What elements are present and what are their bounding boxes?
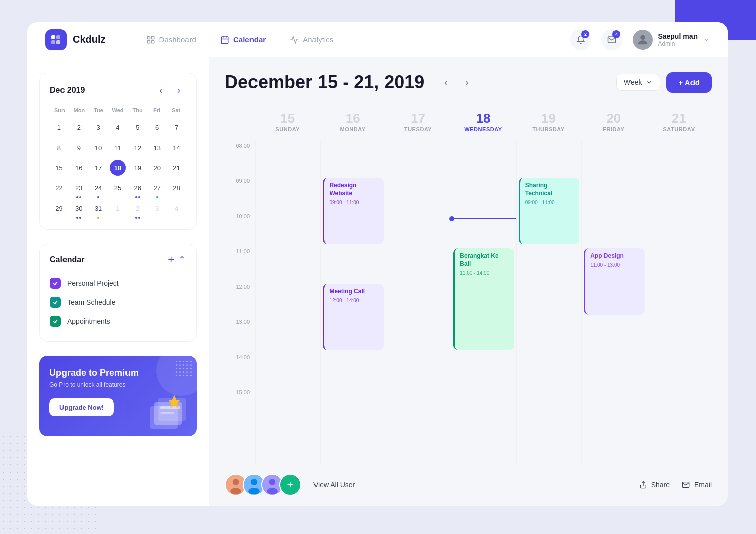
header-right: Week + Add (616, 72, 712, 93)
mini-cal-day[interactable]: 6 (148, 119, 166, 139)
view-all-label[interactable]: View All User (313, 481, 355, 489)
mini-cal-day[interactable]: 9 (70, 140, 88, 159)
share-label: Share (651, 481, 670, 489)
day-col-4[interactable]: Sharing Technical09:00 - 11:00 (516, 141, 581, 465)
mini-cal-day[interactable]: 26 (128, 180, 147, 199)
nav-calendar[interactable]: Calendar (210, 31, 276, 48)
nav-dashboard[interactable]: Dashboard (136, 31, 206, 48)
collapse-calendar-button[interactable]: ⌃ (178, 254, 186, 265)
next-week-button[interactable]: › (459, 74, 475, 90)
svg-point-9 (641, 35, 645, 39)
day-col-6[interactable] (647, 141, 712, 465)
main-view: December 15 - 21, 2019 ‹ › Week + Add (209, 57, 728, 506)
mini-cal-day[interactable]: 25 (109, 180, 128, 199)
svg-rect-8 (221, 37, 228, 44)
mini-cal-day[interactable]: 30 (70, 200, 88, 219)
mini-cal-day[interactable]: 14 (167, 140, 186, 159)
mini-cal-day[interactable]: 12 (128, 140, 147, 159)
calendar-item[interactable]: Appointments (50, 312, 186, 331)
svg-point-24 (267, 488, 278, 494)
day-headers: 15SUNDAY16MONDAY17TUESDAY18WEDNESDAY19TH… (225, 107, 712, 137)
mini-cal-day[interactable]: 15 (50, 160, 69, 179)
add-event-button[interactable]: + Add (666, 72, 712, 93)
view-mode-selector[interactable]: Week (616, 74, 661, 91)
mini-cal-day[interactable]: 23 (70, 180, 88, 199)
day-col-2[interactable] (386, 141, 451, 465)
view-mode-label: Week (624, 78, 642, 86)
mini-cal-day[interactable]: 18 (109, 160, 128, 179)
user-name: Saepul man (658, 32, 698, 40)
mini-cal-day[interactable]: 3 (89, 119, 108, 139)
svg-point-20 (251, 479, 258, 485)
calendar-item[interactable]: Personal Project (50, 274, 186, 293)
notifications-button[interactable]: 2 (570, 29, 591, 50)
user-role: Admin (658, 40, 698, 47)
nav-dashboard-label: Dashboard (159, 35, 196, 44)
calendar-section: Calendar + ⌃ Personal ProjectTeam Schedu… (39, 244, 197, 342)
day-col-1[interactable]: Redesign Website09:00 - 11:00Meeting Cal… (320, 141, 385, 465)
mini-cal-day[interactable]: 29 (50, 200, 69, 219)
notif-badge: 2 (581, 30, 589, 38)
mini-cal-day[interactable]: 27 (148, 180, 166, 199)
mini-cal-day[interactable]: 4 (109, 119, 128, 139)
cal-sec-actions: + ⌃ (168, 254, 186, 265)
calendar-item[interactable]: Team Schedule (50, 293, 186, 312)
mini-cal-day[interactable]: 7 (167, 119, 186, 139)
nav-analytics[interactable]: Analytics (280, 31, 343, 48)
mini-cal-day[interactable]: 19 (128, 160, 147, 179)
mini-cal-day[interactable]: 3 (148, 200, 166, 219)
mini-cal-day[interactable]: 11 (109, 140, 128, 159)
event-redesign[interactable]: Redesign Website09:00 - 11:00 (323, 178, 383, 244)
view-mode-chevron (646, 79, 653, 86)
prev-week-button[interactable]: ‹ (437, 74, 454, 90)
mini-cal-day[interactable]: 20 (148, 160, 166, 179)
nav-calendar-label: Calendar (233, 35, 266, 44)
week-nav: ‹ › (437, 74, 475, 90)
mini-cal-day[interactable]: 10 (89, 140, 108, 159)
prev-month-button[interactable]: ‹ (154, 83, 168, 97)
email-button[interactable]: Email (682, 481, 712, 489)
mini-cal-day[interactable]: 5 (128, 119, 147, 139)
add-user-avatar[interactable]: + (279, 474, 301, 496)
mail-button[interactable]: 4 (601, 29, 622, 50)
day-sun: Sun (50, 105, 70, 115)
event-berangkat[interactable]: Berangkat Ke Bali11:00 - 14:00 (453, 248, 514, 350)
day-header-2: 17TUESDAY (386, 107, 451, 137)
mini-cal-day[interactable]: 21 (167, 160, 186, 179)
mini-cal-day[interactable]: 16 (70, 160, 88, 179)
mini-cal-day[interactable]: 17 (89, 160, 108, 179)
mini-cal-day[interactable]: 8 (50, 140, 69, 159)
day-col-3[interactable]: Berangkat Ke Bali11:00 - 14:00 (451, 141, 516, 465)
upgrade-illustration (145, 391, 191, 436)
day-sat: Sat (166, 105, 186, 115)
nav-right: 2 4 Saepul man Admin (570, 29, 710, 50)
mini-cal-day[interactable]: 31 (89, 200, 108, 219)
mini-cal-day[interactable]: 28 (167, 180, 186, 199)
add-calendar-button[interactable]: + (168, 254, 174, 265)
event-meeting[interactable]: Meeting Call12:00 - 14:00 (323, 284, 383, 350)
event-appdesign[interactable]: App Design11:00 - 13:00 (584, 248, 644, 315)
mini-cal-day[interactable]: 13 (148, 140, 166, 159)
mini-cal-day[interactable]: 1 (109, 200, 128, 219)
time-slot: 11:00 (225, 246, 255, 282)
next-month-button[interactable]: › (172, 83, 186, 97)
time-column: 08:0009:0010:0011:0012:0013:0014:0015:00 (225, 141, 255, 465)
mini-cal-day[interactable]: 2 (128, 200, 147, 219)
day-col-0[interactable] (255, 141, 320, 465)
cal-sec-header: Calendar + ⌃ (50, 254, 186, 265)
svg-rect-14 (160, 412, 174, 414)
mini-cal-day[interactable]: 4 (167, 200, 186, 219)
svg-rect-7 (151, 40, 154, 43)
svg-rect-6 (147, 40, 150, 43)
day-header-1: 16MONDAY (320, 107, 385, 137)
mini-cal-day[interactable]: 22 (50, 180, 69, 199)
time-slot: 12:00 (225, 282, 255, 317)
mini-cal-day[interactable]: 24 (89, 180, 108, 199)
mini-cal-day[interactable]: 1 (50, 119, 69, 139)
user-info[interactable]: Saepul man Admin (633, 30, 710, 50)
day-col-5[interactable]: App Design11:00 - 13:00 (581, 141, 646, 465)
share-button[interactable]: Share (639, 481, 670, 489)
mini-cal-day[interactable]: 2 (70, 119, 88, 139)
event-sharing[interactable]: Sharing Technical09:00 - 11:00 (519, 178, 579, 244)
upgrade-now-button[interactable]: Upgrade Now! (49, 398, 114, 416)
